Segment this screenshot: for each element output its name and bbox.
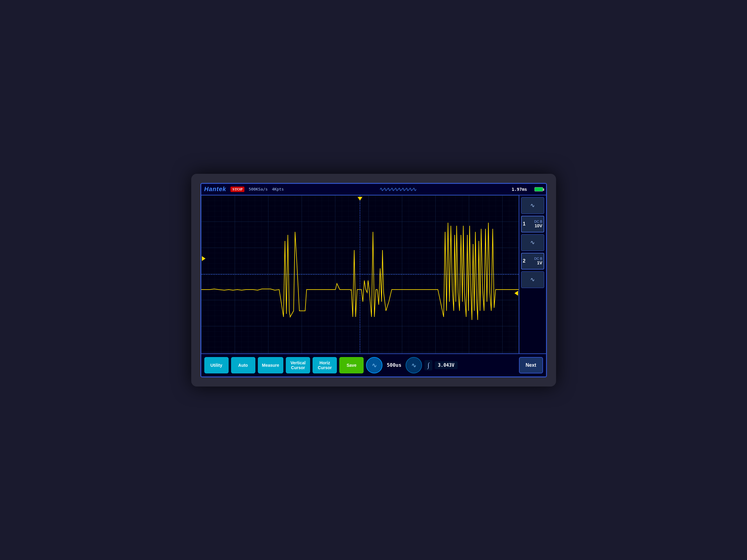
display-area: ∿ 1 DC B 10V ∿ — [201, 195, 546, 353]
ch2-wave-icon: ∿ — [530, 239, 535, 246]
oscilloscope-screen: Hantek STOP 500KSa/s 4Kpts ∿∿∿∿∿∿∿∿∿∿ 1.… — [200, 183, 547, 377]
utility-button[interactable]: Utility — [204, 357, 229, 373]
battery-icon — [535, 187, 543, 191]
voltage-value-display: 3.043V — [435, 361, 457, 369]
side-panel: ∿ 1 DC B 10V ∿ — [519, 195, 546, 353]
channel1-settings-btn[interactable]: 1 DC B 10V — [521, 216, 544, 233]
save-button[interactable]: Save — [339, 357, 364, 373]
bottom-toolbar: Utility Auto Measure VerticalCursor Hori… — [201, 353, 546, 376]
ch1-level-marker — [202, 256, 206, 261]
channel3-wave-btn[interactable]: ∿ — [521, 271, 544, 288]
auto-button[interactable]: Auto — [231, 357, 255, 373]
channel2-wave-btn[interactable]: ∿ — [521, 234, 544, 251]
trigger-indicator: ∿∿∿∿∿∿∿∿∿∿ — [288, 186, 508, 193]
integral-icon: ∫ — [424, 360, 432, 370]
ch1-label: 1 — [523, 221, 526, 227]
status-badge: STOP — [230, 187, 244, 192]
time-value-display: 500us — [385, 362, 403, 368]
ch2-label: 2 — [523, 258, 526, 264]
ch1-voltage: 10V — [534, 223, 542, 228]
ch3-wave-icon: ∿ — [530, 276, 535, 283]
channel2-settings-btn[interactable]: 2 DC B 1V — [521, 253, 544, 269]
ch1-wave-icon: ∿ — [530, 202, 535, 209]
oscilloscope-device: Hantek STOP 500KSa/s 4Kpts ∿∿∿∿∿∿∿∿∿∿ 1.… — [191, 174, 556, 386]
channel1-wave-btn[interactable]: ∿ — [521, 197, 544, 214]
header-bar: Hantek STOP 500KSa/s 4Kpts ∿∿∿∿∿∿∿∿∿∿ 1.… — [201, 184, 546, 195]
memory-depth: 4Kpts — [272, 187, 284, 191]
ch1-coupling: DC B — [534, 220, 542, 223]
horiz-cursor-label: HorizCursor — [318, 361, 332, 370]
time-position: 1.97ms — [512, 187, 527, 192]
next-button[interactable]: Next — [519, 357, 543, 373]
trigger-marker — [358, 197, 362, 201]
ch2-level-marker — [514, 291, 518, 296]
brand-logo: Hantek — [204, 186, 227, 193]
waveform-area — [201, 195, 519, 353]
ch1-wave-circle-btn[interactable]: ∿ — [366, 357, 383, 373]
vertical-cursor-button[interactable]: VerticalCursor — [286, 357, 310, 373]
ch2-wave-circle-icon: ∿ — [411, 362, 416, 369]
horiz-cursor-button[interactable]: HorizCursor — [312, 357, 337, 373]
measure-button[interactable]: Measure — [258, 357, 284, 373]
waveform-display — [201, 195, 519, 353]
ch2-coupling: DC B — [534, 257, 542, 260]
vertical-cursor-label: VerticalCursor — [290, 361, 306, 370]
ch2-wave-circle-btn[interactable]: ∿ — [406, 357, 422, 373]
ch1-wave-circle-icon: ∿ — [372, 362, 377, 369]
ch2-voltage: 1V — [534, 260, 542, 265]
sample-rate: 500KSa/s — [249, 187, 268, 191]
